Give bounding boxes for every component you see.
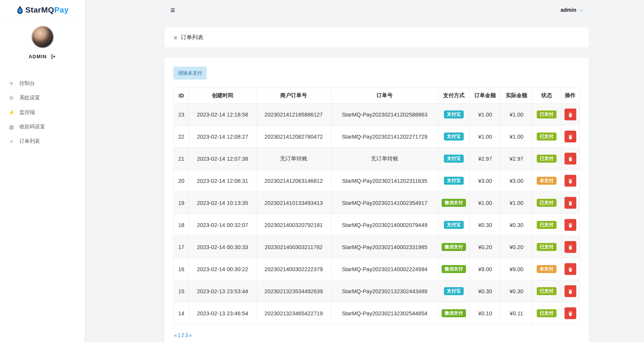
trash-icon: [568, 289, 573, 294]
sidebar-item-dashboard[interactable]: ✈控制台: [0, 76, 85, 91]
user-menu[interactable]: admin: [561, 7, 583, 13]
menu-toggle-icon[interactable]: ≡: [170, 6, 175, 14]
delete-order-button[interactable]: [564, 175, 576, 187]
pagination-link[interactable]: »: [188, 332, 192, 338]
delete-order-button[interactable]: [564, 131, 576, 142]
page-title: 订单列表: [181, 34, 204, 41]
delete-order-button[interactable]: [564, 285, 576, 297]
orders-icon: ≡: [8, 138, 14, 144]
cell-payment-method: 微信支付: [438, 302, 469, 324]
cell-order-no: StarMQ-Pay202302141202271729: [331, 126, 438, 148]
status-badge: 已支付: [537, 133, 557, 141]
avatar: [32, 26, 54, 48]
cell-created-at: 2023-02-14 00:30:22: [189, 258, 256, 280]
sidebar-item-orders[interactable]: ≡订单列表: [0, 134, 85, 149]
column-header: 创建时间: [189, 88, 256, 104]
status-badge: 已支付: [537, 243, 557, 251]
cell-order-amount: ¥0.10: [469, 302, 501, 324]
orders-table: ID创建时间商户订单号订单号支付方式订单金额实际金额状态操作 232023-02…: [173, 88, 580, 324]
cell-actual-amount: ¥2.97: [501, 148, 532, 170]
topbar: ≡ admin: [85, 0, 644, 20]
trash-icon: [568, 200, 573, 206]
cell-merchant-order-no: 无订单转账: [256, 148, 331, 170]
cell-actions: [561, 280, 579, 302]
sidebar-item-settings[interactable]: ⚙系统设置: [0, 91, 85, 105]
pagination-link[interactable]: 1: [177, 332, 181, 338]
trash-icon: [568, 311, 573, 316]
cell-order-amount: ¥0.20: [469, 236, 501, 258]
cell-actions: [561, 236, 579, 258]
cell-order-id: 17: [174, 236, 189, 258]
cell-merchant-order-no: 2023021400320792181: [256, 214, 331, 236]
payment-method-badge: 微信支付: [442, 199, 466, 207]
cell-merchant-order-no: 2023021412185886127: [256, 104, 331, 126]
cell-status: 已支付: [532, 126, 561, 148]
column-header: 支付方式: [438, 88, 469, 104]
cell-merchant-order-no: 2023021323534492639: [256, 280, 331, 302]
logout-button[interactable]: [50, 54, 56, 59]
sidebar-item-qrcode[interactable]: ▦收款码设置: [0, 120, 85, 134]
cell-order-no: StarMQ-Pay202302141002354917: [331, 192, 438, 214]
cell-order-amount: ¥1.00: [469, 126, 501, 148]
table-row: 192023-02-14 10:13:352023021410133493413…: [174, 192, 580, 214]
payment-method-badge: 支付宝: [444, 287, 464, 295]
sidebar-item-monitor[interactable]: ⚡监控端: [0, 105, 85, 120]
delete-order-button[interactable]: [564, 197, 576, 209]
status-badge: 已支付: [537, 199, 557, 207]
clear-unpaid-button[interactable]: 清除未支付: [173, 67, 207, 80]
cell-order-id: 21: [174, 148, 189, 170]
cell-created-at: 2023-02-14 10:13:35: [189, 192, 256, 214]
cell-status: 已支付: [532, 214, 561, 236]
cell-payment-method: 支付宝: [438, 214, 469, 236]
delete-order-button[interactable]: [564, 241, 576, 253]
cell-actual-amount: ¥0.30: [501, 214, 532, 236]
payment-method-badge: 微信支付: [442, 243, 466, 251]
delete-order-button[interactable]: [564, 263, 576, 275]
cell-payment-method: 微信支付: [438, 192, 469, 214]
cell-order-id: 23: [174, 104, 189, 126]
brand-logo: StarMQPay: [0, 0, 85, 20]
cell-order-no: StarMQ-Pay202302132302443489: [331, 280, 438, 302]
cell-payment-method: 支付宝: [438, 104, 469, 126]
cell-status: 未支付: [532, 170, 561, 192]
list-icon: ≡: [174, 34, 177, 41]
pagination-link[interactable]: 3: [184, 332, 188, 338]
sidebar-item-label: 系统设置: [19, 94, 40, 101]
pagination-link[interactable]: 2: [181, 332, 185, 338]
table-header-row: ID创建时间商户订单号订单号支付方式订单金额实际金额状态操作: [174, 88, 580, 104]
brand-name: StarMQPay: [25, 5, 69, 14]
status-badge: 已支付: [537, 221, 557, 229]
cell-order-id: 14: [174, 302, 189, 324]
cell-status: 已支付: [532, 236, 561, 258]
trash-icon: [568, 156, 573, 161]
cell-created-at: 2023-02-14 12:18:58: [189, 104, 256, 126]
cell-merchant-order-no: 2023021323465422719: [256, 302, 331, 324]
trash-icon: [568, 222, 573, 228]
delete-order-button[interactable]: [564, 219, 576, 231]
delete-order-button[interactable]: [564, 307, 576, 319]
sidebar-menu: ✈控制台⚙系统设置⚡监控端▦收款码设置≡订单列表: [0, 76, 85, 149]
cell-status: 已支付: [532, 280, 561, 302]
settings-icon: ⚙: [8, 95, 14, 101]
cell-actual-amount: ¥1.00: [501, 126, 532, 148]
cell-order-amount: ¥9.00: [469, 258, 501, 280]
payment-method-badge: 支付宝: [444, 133, 464, 141]
cell-merchant-order-no: 2023021412063146812: [256, 170, 331, 192]
cell-actions: [561, 148, 579, 170]
cell-actions: [561, 104, 579, 126]
column-header: 商户订单号: [256, 88, 331, 104]
user-label: admin: [561, 7, 576, 13]
cell-order-no: StarMQ-Pay202302132302544854: [331, 302, 438, 324]
cell-payment-method: 支付宝: [438, 148, 469, 170]
sidebar-item-label: 控制台: [19, 80, 35, 87]
cell-order-no: StarMQ-Pay202302140002331985: [331, 236, 438, 258]
cell-merchant-order-no: 2023021410133493413: [256, 192, 331, 214]
cell-order-id: 15: [174, 280, 189, 302]
pagination-link[interactable]: «: [173, 332, 177, 338]
cell-order-amount: ¥1.00: [469, 192, 501, 214]
delete-order-button[interactable]: [564, 109, 576, 120]
pagination: «123»: [173, 332, 580, 338]
cell-order-id: 18: [174, 214, 189, 236]
delete-order-button[interactable]: [564, 153, 576, 165]
table-row: 232023-02-14 12:18:582023021412185886127…: [174, 104, 580, 126]
